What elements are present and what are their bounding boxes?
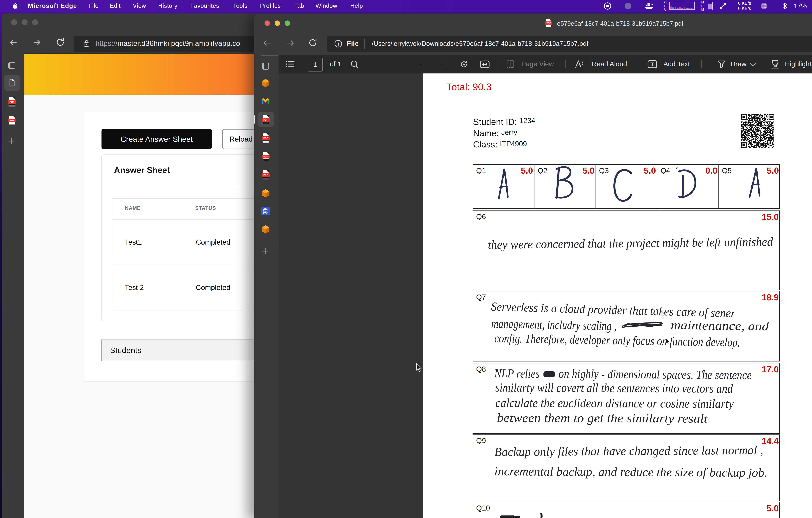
svg-text:PDF: PDF (547, 22, 551, 24)
